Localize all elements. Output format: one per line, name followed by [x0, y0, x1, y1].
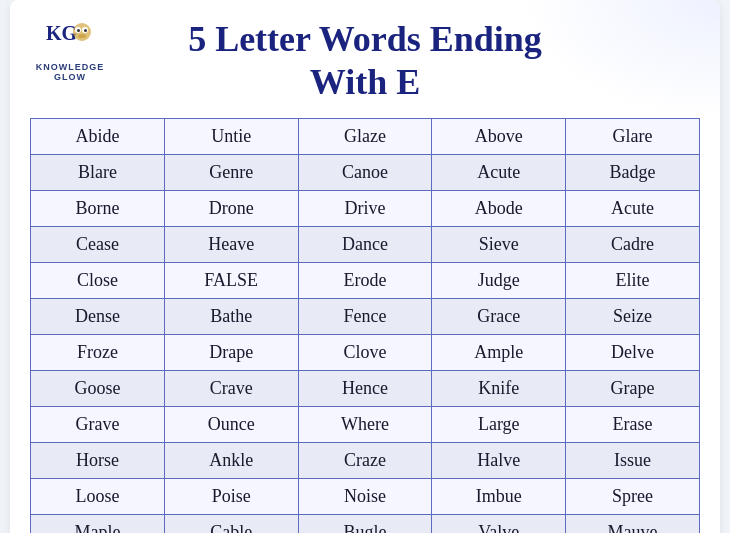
table-cell: Glaze [298, 119, 432, 155]
table-cell: Maple [31, 515, 165, 533]
page-title: 5 Letter Words Ending With E [188, 18, 542, 104]
svg-point-6 [78, 34, 86, 38]
table-cell: Crave [164, 371, 298, 407]
table-cell: Grape [566, 371, 700, 407]
table-cell: Acute [432, 155, 566, 191]
table-cell: Abode [432, 191, 566, 227]
table-cell: Noise [298, 479, 432, 515]
table-row: AbideUntieGlazeAboveGlare [31, 119, 700, 155]
table-row: LoosePoiseNoiseImbueSpree [31, 479, 700, 515]
table-row: HorseAnkleCrazeHalveIssue [31, 443, 700, 479]
svg-point-1 [73, 23, 91, 41]
table-row: BlareGenreCanoeAcuteBadge [31, 155, 700, 191]
table-cell: Hence [298, 371, 432, 407]
table-cell: Glare [566, 119, 700, 155]
table-cell: Froze [31, 335, 165, 371]
title-line1: 5 Letter Words Ending [188, 18, 542, 61]
table-cell: Spree [566, 479, 700, 515]
logo: KG KNOWLEDGE GLOW [30, 18, 110, 82]
table-cell: Goose [31, 371, 165, 407]
table-cell: Acute [566, 191, 700, 227]
table-cell: Untie [164, 119, 298, 155]
table-cell: Drone [164, 191, 298, 227]
logo-tagline: KNOWLEDGE GLOW [30, 62, 110, 82]
table-cell: Above [432, 119, 566, 155]
table-cell: Mauve [566, 515, 700, 533]
table-cell: Bathe [164, 299, 298, 335]
table-cell: Poise [164, 479, 298, 515]
table-row: GooseCraveHenceKnifeGrape [31, 371, 700, 407]
table-cell: Fence [298, 299, 432, 335]
table-row: CloseFALSEErodeJudgeElite [31, 263, 700, 299]
table-cell: Horse [31, 443, 165, 479]
svg-text:KG: KG [46, 22, 78, 44]
table-row: MapleCableBugleValveMauve [31, 515, 700, 533]
table-cell: Ankle [164, 443, 298, 479]
table-cell: Knife [432, 371, 566, 407]
table-cell: Judge [432, 263, 566, 299]
table-cell: Borne [31, 191, 165, 227]
header-area: KG KNOWLEDGE GLOW 5 Letter Words Ending … [30, 18, 700, 104]
table-cell: Seize [566, 299, 700, 335]
table-cell: Dance [298, 227, 432, 263]
title-line2: With E [188, 61, 542, 104]
table-cell: Large [432, 407, 566, 443]
table-cell: Ounce [164, 407, 298, 443]
table-cell: Cadre [566, 227, 700, 263]
table-cell: FALSE [164, 263, 298, 299]
table-cell: Loose [31, 479, 165, 515]
table-row: GraveOunceWhereLargeErase [31, 407, 700, 443]
table-cell: Issue [566, 443, 700, 479]
table-cell: Abide [31, 119, 165, 155]
table-cell: Heave [164, 227, 298, 263]
table-cell: Bugle [298, 515, 432, 533]
table-cell: Badge [566, 155, 700, 191]
svg-point-4 [77, 29, 80, 32]
table-cell: Erase [566, 407, 700, 443]
table-cell: Drape [164, 335, 298, 371]
table-row: DenseBatheFenceGraceSeize [31, 299, 700, 335]
table-cell: Blare [31, 155, 165, 191]
table-cell: Sieve [432, 227, 566, 263]
table-cell: Where [298, 407, 432, 443]
table-cell: Craze [298, 443, 432, 479]
table-cell: Grace [432, 299, 566, 335]
table-cell: Valve [432, 515, 566, 533]
table-cell: Elite [566, 263, 700, 299]
table-cell: Ample [432, 335, 566, 371]
table-cell: Imbue [432, 479, 566, 515]
svg-point-5 [84, 29, 87, 32]
table-cell: Drive [298, 191, 432, 227]
table-row: FrozeDrapeCloveAmpleDelve [31, 335, 700, 371]
table-row: BorneDroneDriveAbodeAcute [31, 191, 700, 227]
table-cell: Clove [298, 335, 432, 371]
table-row: CeaseHeaveDanceSieveCadre [31, 227, 700, 263]
table-cell: Delve [566, 335, 700, 371]
table-cell: Dense [31, 299, 165, 335]
table-cell: Cease [31, 227, 165, 263]
main-container: KG KNOWLEDGE GLOW 5 Letter Words Ending … [10, 0, 720, 533]
table-cell: Canoe [298, 155, 432, 191]
table-cell: Grave [31, 407, 165, 443]
table-cell: Close [31, 263, 165, 299]
logo-icon: KG [44, 18, 96, 60]
table-cell: Halve [432, 443, 566, 479]
table-cell: Erode [298, 263, 432, 299]
word-table: AbideUntieGlazeAboveGlareBlareGenreCanoe… [30, 118, 700, 533]
table-cell: Cable [164, 515, 298, 533]
table-cell: Genre [164, 155, 298, 191]
